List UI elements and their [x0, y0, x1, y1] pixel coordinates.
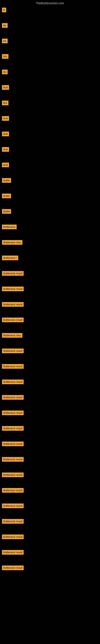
- list-item: B: [2, 8, 100, 12]
- list-item: Bottleneck r: [2, 256, 100, 260]
- bottleneck-label: Bottleneck result: [2, 457, 24, 462]
- list-item: Bott: [2, 85, 100, 90]
- list-item: Bo: [2, 23, 100, 28]
- list-item: Bottleneck result: [2, 534, 100, 539]
- bottleneck-label: Bott: [2, 162, 9, 167]
- bottleneck-label: Bottleneck result: [2, 472, 24, 477]
- bottleneck-label: Bottleneck result: [2, 364, 24, 369]
- list-item: Bottleneck result: [2, 457, 100, 462]
- bottleneck-label: Bottleneck result: [2, 534, 24, 539]
- bottleneck-label: Bottleneck result: [2, 566, 24, 570]
- bottleneck-label: Bo: [2, 23, 8, 28]
- bottleneck-label: Bottleneck resu: [2, 333, 22, 338]
- list-item: Bottleneck result: [2, 380, 100, 384]
- bottleneck-label: Bottleneck r: [2, 256, 18, 260]
- list-item: Bottleneck result: [2, 519, 100, 524]
- bottleneck-label: Bottleneck resu: [2, 240, 22, 245]
- list-item: Bott: [2, 147, 100, 152]
- bottleneck-label: Bottleneck result: [2, 519, 24, 524]
- bottleneck-label: Bottle: [2, 178, 11, 183]
- bottleneck-label: Bott: [2, 147, 9, 152]
- bottleneck-label: Bottleneck result: [2, 302, 24, 307]
- list-item: Bott: [2, 162, 100, 167]
- list-item: Bottleneck resu: [2, 333, 100, 338]
- list-item: Bo: [2, 39, 100, 43]
- list-item: Bottleneck result: [2, 271, 100, 276]
- bottleneck-label: Bottleneck result: [2, 348, 24, 353]
- bottleneck-label: Bottleneck result: [2, 442, 24, 446]
- bottleneck-label: Bottleneck result: [2, 410, 24, 415]
- list-item: Bottleneck result: [2, 302, 100, 307]
- bottleneck-label: Bottleneck result: [2, 380, 24, 384]
- bottleneck-label: Bot: [2, 100, 8, 105]
- list-item: Bottleneck result: [2, 550, 100, 555]
- list-item: Bot: [2, 100, 100, 105]
- bottleneck-label: Bottleneck result: [2, 504, 24, 508]
- list-item: Bottleneck result: [2, 395, 100, 400]
- list-item: Bottleneck result: [2, 318, 100, 322]
- list-item: Bottleneck result: [2, 410, 100, 415]
- list-item: Bottleneck result: [2, 348, 100, 353]
- list-item: Bottleneck: [2, 224, 100, 229]
- items-container: BBoBoBotBoBottBotBottBottBottBottBottleB…: [0, 6, 100, 583]
- bottleneck-label: Bott: [2, 85, 9, 90]
- bottleneck-label: Bott: [2, 132, 9, 136]
- bottleneck-label: Bottleneck: [2, 224, 17, 229]
- list-item: Bottleneck result: [2, 488, 100, 493]
- list-item: Bottle: [2, 209, 100, 214]
- bottleneck-label: Bot: [2, 54, 8, 59]
- list-item: Bot: [2, 54, 100, 59]
- list-item: Bottleneck result: [2, 442, 100, 446]
- list-item: Bott: [2, 116, 100, 121]
- bottleneck-label: Bottleneck result: [2, 286, 24, 291]
- list-item: Bottleneck result: [2, 286, 100, 291]
- list-item: Bottle: [2, 178, 100, 183]
- bottleneck-label: Bottleneck result: [2, 426, 24, 431]
- list-item: Bottleneck result: [2, 364, 100, 369]
- list-item: Bottle: [2, 194, 100, 198]
- bottleneck-label: Bottleneck result: [2, 318, 24, 322]
- list-item: Bottleneck result: [2, 472, 100, 477]
- bottleneck-label: Bottleneck result: [2, 271, 24, 276]
- bottleneck-label: Bottle: [2, 209, 11, 214]
- bottleneck-label: Bottleneck result: [2, 395, 24, 400]
- bottleneck-label: Bottleneck result: [2, 550, 24, 555]
- list-item: Bottleneck result: [2, 566, 100, 570]
- bottleneck-label: Bottleneck result: [2, 488, 24, 493]
- list-item: Bottleneck resu: [2, 240, 100, 245]
- list-item: Bottleneck result: [2, 504, 100, 508]
- list-item: Bo: [2, 70, 100, 74]
- bottleneck-label: Bottle: [2, 194, 11, 198]
- bottleneck-label: Bo: [2, 39, 8, 43]
- bottleneck-label: B: [2, 8, 6, 12]
- site-title: TheBottlenecker.com: [0, 0, 100, 6]
- list-item: Bott: [2, 132, 100, 136]
- bottleneck-label: Bott: [2, 116, 9, 121]
- bottleneck-label: Bo: [2, 70, 8, 74]
- list-item: Bottleneck result: [2, 426, 100, 431]
